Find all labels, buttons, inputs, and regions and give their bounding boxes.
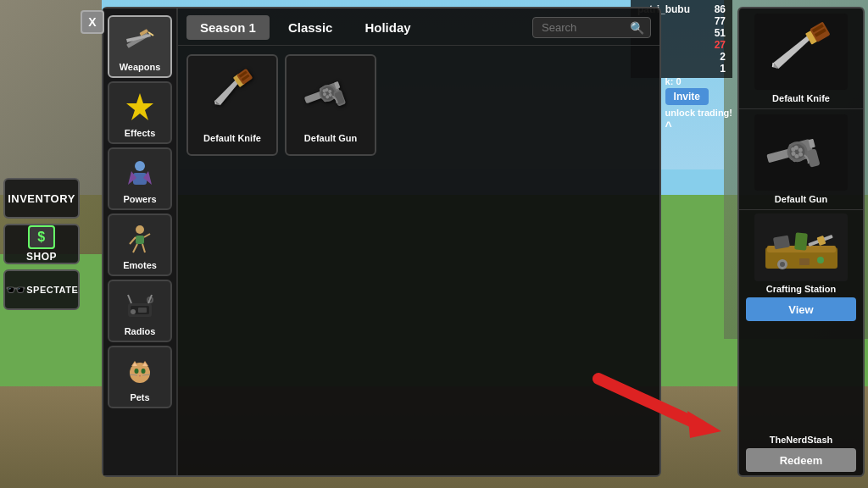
score-val-5: 2 bbox=[720, 51, 726, 63]
gun-thumbnail bbox=[297, 62, 364, 130]
tabs-row: Season 1 Classic Holiday 🔍 bbox=[178, 8, 659, 46]
redeem-label: TheNerdStash bbox=[770, 435, 833, 445]
search-wrapper: 🔍 bbox=[532, 17, 651, 38]
right-knife-item: Default Knife bbox=[739, 8, 863, 109]
effects-icon bbox=[121, 88, 159, 125]
spectate-glasses-icon: 🕶️ bbox=[5, 280, 27, 300]
svg-point-28 bbox=[135, 369, 139, 374]
svg-rect-77 bbox=[816, 236, 826, 246]
pets-label: Pets bbox=[130, 392, 149, 402]
svg-point-80 bbox=[817, 257, 824, 263]
crafting-station-item: Crafting Station View bbox=[739, 210, 863, 326]
knife-name: Default Knife bbox=[203, 133, 261, 143]
svg-rect-81 bbox=[799, 258, 810, 265]
svg-line-14 bbox=[142, 244, 145, 252]
svg-rect-10 bbox=[136, 236, 144, 244]
score-val-2: 77 bbox=[715, 15, 726, 27]
radios-icon bbox=[121, 286, 159, 324]
spectate-label: SPECTATE bbox=[26, 285, 78, 295]
category-weapons[interactable]: Weapons bbox=[108, 15, 172, 78]
category-emotes[interactable]: Emotes bbox=[108, 214, 172, 276]
tab-season1[interactable]: Season 1 bbox=[186, 15, 270, 40]
tab-classic[interactable]: Classic bbox=[275, 15, 347, 40]
inventory-panel: Weapons Effects Powers bbox=[102, 7, 661, 477]
svg-line-11 bbox=[130, 237, 136, 244]
content-area: Season 1 Classic Holiday 🔍 bbox=[178, 8, 659, 475]
powers-icon bbox=[121, 154, 159, 191]
invite-button[interactable]: Invite bbox=[665, 88, 709, 105]
right-detail-panel: Default Knife bbox=[737, 7, 865, 477]
score-val-4: 27 bbox=[715, 39, 726, 51]
right-gun-item: Default Gun bbox=[739, 109, 863, 210]
knife-thumbnail bbox=[198, 62, 266, 130]
svg-rect-20 bbox=[138, 308, 147, 313]
inventory-button[interactable]: INVENTORY bbox=[3, 178, 80, 219]
crafting-station-img bbox=[754, 214, 848, 281]
shop-dollar-icon: $ bbox=[28, 225, 55, 249]
gun-name: Default Gun bbox=[304, 133, 357, 143]
category-pets[interactable]: Pets bbox=[108, 346, 172, 408]
trading-text: unlock trading! bbox=[665, 108, 732, 118]
view-button[interactable]: View bbox=[746, 297, 856, 321]
emotes-icon bbox=[121, 220, 159, 258]
svg-point-19 bbox=[131, 309, 136, 314]
score-val-3: 51 bbox=[715, 27, 726, 39]
svg-line-21 bbox=[128, 295, 131, 303]
item-default-gun[interactable]: Default Gun bbox=[285, 54, 376, 156]
svg-rect-70 bbox=[806, 148, 821, 167]
radios-label: Radios bbox=[125, 326, 156, 336]
powers-label: Powers bbox=[123, 194, 156, 204]
category-sidebar: Weapons Effects Powers bbox=[103, 8, 178, 475]
effects-label: Effects bbox=[125, 128, 156, 138]
svg-rect-75 bbox=[794, 232, 808, 250]
crafting-station-name: Crafting Station bbox=[766, 284, 837, 294]
right-gun-name: Default Gun bbox=[775, 194, 827, 204]
svg-point-5 bbox=[135, 161, 145, 171]
category-effects[interactable]: Effects bbox=[108, 81, 172, 144]
score-val-6: 1 bbox=[720, 63, 726, 75]
weapons-icon bbox=[121, 22, 159, 59]
emotes-label: Emotes bbox=[123, 260, 157, 270]
left-ui-panel: INVENTORY $ SHOP 🕶️ SPECTATE bbox=[0, 169, 80, 319]
pets-icon bbox=[121, 352, 159, 390]
redeem-button[interactable]: Redeem bbox=[746, 448, 856, 472]
svg-point-29 bbox=[142, 369, 146, 374]
shop-label: SHOP bbox=[26, 251, 57, 263]
inventory-label: INVENTORY bbox=[8, 192, 75, 205]
shop-button[interactable]: $ SHOP bbox=[3, 224, 80, 264]
category-radios[interactable]: Radios bbox=[108, 280, 172, 342]
search-icon: 🔍 bbox=[630, 21, 644, 35]
svg-point-9 bbox=[136, 225, 144, 234]
svg-marker-4 bbox=[126, 93, 153, 120]
right-knife-img bbox=[754, 14, 848, 90]
items-grid: Default Knife bbox=[178, 46, 659, 475]
svg-point-79 bbox=[780, 262, 785, 267]
tab-holiday[interactable]: Holiday bbox=[351, 15, 424, 40]
right-gun-img bbox=[754, 114, 848, 191]
invite-area: k: 0 Invite unlock trading! ^ bbox=[665, 76, 732, 133]
category-powers[interactable]: Powers bbox=[108, 147, 172, 210]
svg-line-13 bbox=[133, 244, 137, 252]
item-default-knife[interactable]: Default Knife bbox=[186, 54, 278, 156]
right-knife-name: Default Knife bbox=[772, 93, 830, 103]
score-val-1: 86 bbox=[715, 3, 726, 15]
svg-line-12 bbox=[144, 234, 150, 237]
spectate-button[interactable]: 🕶️ SPECTATE bbox=[3, 269, 80, 310]
weapons-label: Weapons bbox=[120, 62, 161, 72]
close-button[interactable]: X bbox=[81, 10, 104, 34]
redeem-section: TheNerdStash Redeem bbox=[739, 431, 863, 475]
